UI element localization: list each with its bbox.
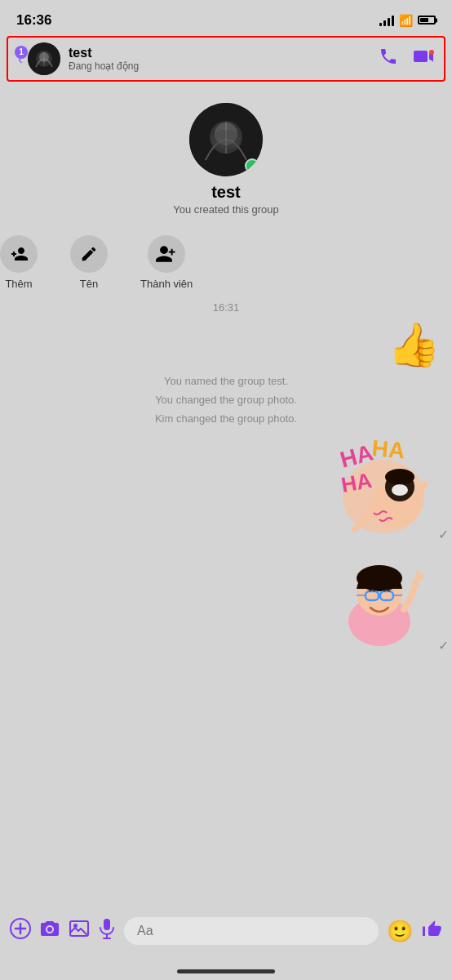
- profile-subtitle: You created this group: [173, 203, 279, 216]
- status-time: 16:36: [16, 12, 51, 29]
- status-bar: 16:36 📶: [0, 0, 452, 36]
- mic-button[interactable]: [98, 918, 116, 944]
- svg-point-17: [392, 484, 408, 496]
- back-button[interactable]: ‹ 1: [18, 51, 23, 68]
- system-message-2: You changed the group photo.: [8, 394, 444, 406]
- message-read-indicator: ✓: [438, 527, 449, 542]
- profile-avatar: [189, 103, 263, 176]
- members-label: Thành viên: [140, 278, 193, 290]
- message-input[interactable]: [124, 917, 379, 945]
- avatar: [28, 42, 60, 75]
- thumbs-up-message: 👍: [0, 320, 452, 370]
- gallery-button[interactable]: [69, 919, 90, 943]
- svg-rect-32: [104, 919, 110, 930]
- battery-icon: [418, 16, 436, 24]
- svg-point-9: [211, 130, 241, 149]
- nav-actions: [379, 47, 434, 71]
- members-icon: [148, 235, 185, 273]
- wifi-icon: 📶: [399, 14, 413, 27]
- camera-button[interactable]: [39, 920, 60, 942]
- nav-bar: ‹ 1 test Đang hoạt động: [7, 36, 445, 82]
- chat-area: test You created this group Thêm Tên: [0, 82, 452, 724]
- video-call-button[interactable]: [413, 47, 434, 71]
- call-button[interactable]: [379, 47, 398, 71]
- sticker-2: ✓: [326, 544, 432, 650]
- svg-text:HA: HA: [370, 435, 405, 463]
- sticker-message-2: ✓: [8, 544, 444, 650]
- add-person-icon: [0, 235, 38, 273]
- input-bar: 🙂: [0, 906, 452, 956]
- system-message-1: You named the group test.: [8, 375, 444, 387]
- home-indicator: [177, 969, 275, 973]
- signal-icon: [379, 15, 394, 26]
- emoji-button[interactable]: 🙂: [387, 919, 413, 944]
- profile-section: test You created this group: [0, 90, 452, 222]
- back-badge: 1: [15, 46, 28, 59]
- rename-button[interactable]: Tên: [70, 235, 108, 290]
- ha-sticker: HA HA HA: [318, 431, 432, 537]
- rename-label: Tên: [80, 278, 98, 290]
- message-read-indicator-2: ✓: [438, 638, 449, 653]
- ha-sticker-message: HA HA HA: [8, 431, 444, 537]
- svg-point-16: [385, 469, 414, 485]
- status-icons: 📶: [379, 14, 436, 27]
- svg-point-29: [47, 927, 52, 932]
- thumbs-up-icon: 👍: [388, 320, 441, 370]
- online-indicator: [245, 158, 259, 173]
- add-member-button[interactable]: Thêm: [0, 235, 38, 290]
- members-button[interactable]: Thành viên: [140, 235, 193, 290]
- system-message-3: Kim changed the group photo.: [8, 412, 444, 425]
- action-buttons: Thêm Tên Thành viên: [0, 235, 452, 290]
- svg-point-4: [429, 50, 434, 55]
- messages-container: You named the group test. You changed th…: [0, 375, 452, 650]
- message-timestamp: 16:31: [0, 301, 452, 314]
- edit-icon: [70, 235, 108, 273]
- like-button[interactable]: [421, 918, 442, 945]
- contact-status: Đang hoạt động: [69, 60, 379, 72]
- contact-name: test: [69, 46, 379, 60]
- plus-button[interactable]: [10, 918, 31, 944]
- contact-info: test Đang hoạt động: [69, 46, 379, 72]
- add-label: Thêm: [5, 278, 32, 290]
- profile-name: test: [211, 183, 241, 202]
